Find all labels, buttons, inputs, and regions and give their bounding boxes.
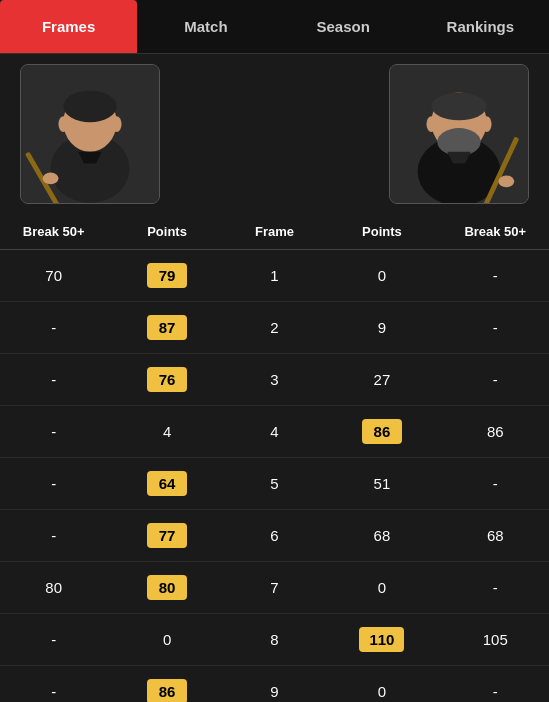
- break50-right-cell: -: [442, 354, 549, 406]
- points-left-highlight: 86: [147, 679, 187, 702]
- points-left-highlight: 76: [147, 367, 187, 392]
- points-right-cell: 0: [322, 562, 441, 614]
- table-row: 808070-: [0, 562, 549, 614]
- header-break50-right: Break 50+: [442, 214, 549, 250]
- header-points-left: Points: [107, 214, 226, 250]
- points-right-cell: 51: [322, 458, 441, 510]
- table-row: -08110105: [0, 614, 549, 666]
- points-right-highlight: 86: [362, 419, 402, 444]
- points-right-highlight: 110: [359, 627, 404, 652]
- frame-number-cell: 4: [227, 406, 322, 458]
- points-right-cell: 9: [322, 302, 441, 354]
- table-row: -448686: [0, 406, 549, 458]
- break50-left-cell: 70: [0, 250, 107, 302]
- break50-left-cell: -: [0, 666, 107, 703]
- points-left-highlight: 64: [147, 471, 187, 496]
- svg-point-4: [58, 116, 68, 132]
- svg-point-15: [482, 116, 492, 132]
- frame-number-cell: 2: [227, 302, 322, 354]
- frame-number-cell: 6: [227, 510, 322, 562]
- frame-number-cell: 9: [227, 666, 322, 703]
- points-left-cell: 64: [107, 458, 226, 510]
- points-left-highlight: 77: [147, 523, 187, 548]
- points-left-cell: 87: [107, 302, 226, 354]
- points-right-cell: 86: [322, 406, 441, 458]
- break50-right-cell: -: [442, 562, 549, 614]
- break50-right-cell: 105: [442, 614, 549, 666]
- frame-number-cell: 3: [227, 354, 322, 406]
- points-right-cell: 0: [322, 250, 441, 302]
- points-left-cell: 86: [107, 666, 226, 703]
- table-row: -8690-: [0, 666, 549, 703]
- svg-point-13: [431, 93, 486, 121]
- break50-right-cell: 68: [442, 510, 549, 562]
- points-left-cell: 0: [107, 614, 226, 666]
- table-row: -7766868: [0, 510, 549, 562]
- tab-rankings[interactable]: Rankings: [412, 0, 549, 53]
- nav-tabs: Frames Match Season Rankings: [0, 0, 549, 54]
- frame-number-cell: 7: [227, 562, 322, 614]
- points-left-cell: 80: [107, 562, 226, 614]
- tab-match[interactable]: Match: [137, 0, 274, 53]
- table-row: -64551-: [0, 458, 549, 510]
- points-right-cell: 27: [322, 354, 441, 406]
- points-left-cell: 76: [107, 354, 226, 406]
- break50-right-cell: 86: [442, 406, 549, 458]
- break50-left-cell: -: [0, 354, 107, 406]
- break50-right-cell: -: [442, 250, 549, 302]
- players-row: [0, 54, 549, 209]
- player1-avatar: [20, 64, 160, 204]
- break50-right-cell: -: [442, 302, 549, 354]
- table-row: -76327-: [0, 354, 549, 406]
- points-left-cell: 79: [107, 250, 226, 302]
- break50-left-cell: -: [0, 302, 107, 354]
- points-right-cell: 110: [322, 614, 441, 666]
- frame-number-cell: 1: [227, 250, 322, 302]
- break50-left-cell: -: [0, 510, 107, 562]
- table-header-row: Break 50+ Points Frame Points Break 50+: [0, 214, 549, 250]
- break50-left-cell: -: [0, 614, 107, 666]
- tab-frames[interactable]: Frames: [0, 0, 137, 53]
- tab-season[interactable]: Season: [275, 0, 412, 53]
- table-row: 707910-: [0, 250, 549, 302]
- player2-avatar: [389, 64, 529, 204]
- points-left-highlight: 79: [147, 263, 187, 288]
- break50-left-cell: -: [0, 458, 107, 510]
- points-right-cell: 68: [322, 510, 441, 562]
- frame-number-cell: 8: [227, 614, 322, 666]
- break50-right-cell: -: [442, 458, 549, 510]
- svg-point-14: [426, 116, 436, 132]
- svg-point-5: [112, 116, 122, 132]
- frame-number-cell: 5: [227, 458, 322, 510]
- points-left-highlight: 87: [147, 315, 187, 340]
- table-row: -8729-: [0, 302, 549, 354]
- stats-table: Break 50+ Points Frame Points Break 50+ …: [0, 214, 549, 702]
- svg-point-8: [43, 172, 59, 184]
- header-points-right: Points: [322, 214, 441, 250]
- svg-point-3: [63, 91, 116, 123]
- points-left-cell: 77: [107, 510, 226, 562]
- header-frame: Frame: [227, 214, 322, 250]
- break50-left-cell: 80: [0, 562, 107, 614]
- svg-point-12: [437, 128, 480, 156]
- svg-point-18: [498, 175, 514, 187]
- header-break50-left: Break 50+: [0, 214, 107, 250]
- points-right-cell: 0: [322, 666, 441, 703]
- points-left-highlight: 80: [147, 575, 187, 600]
- points-left-cell: 4: [107, 406, 226, 458]
- break50-left-cell: -: [0, 406, 107, 458]
- break50-right-cell: -: [442, 666, 549, 703]
